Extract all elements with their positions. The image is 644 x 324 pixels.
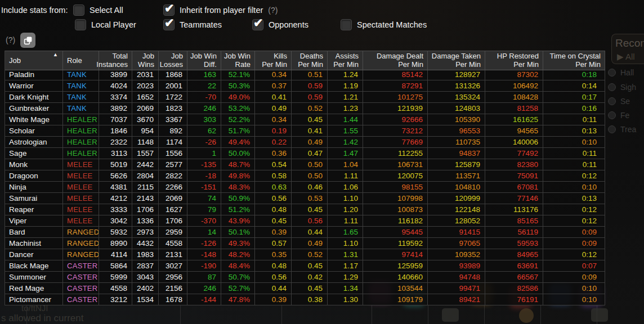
cell-role: MELEE	[63, 170, 99, 182]
spectated-checkbox[interactable]: ✔	[341, 19, 352, 30]
job-value: Astrologian	[9, 138, 47, 146]
filter-spectated[interactable]: ✔ Spectated Matches	[341, 19, 427, 30]
column-header-label: Damage Taken Per Min	[432, 52, 481, 69]
teammates-label: Teammates	[180, 20, 222, 29]
instances-value: 5999	[110, 273, 127, 281]
cell-time: 0:17	[543, 92, 605, 103]
filter-teammates[interactable]: ✔ Teammates	[163, 19, 222, 30]
dd-value: 106731	[397, 160, 423, 169]
column-header-rate[interactable]: Job Win Rate	[221, 51, 255, 70]
cell-losses: 2577	[159, 159, 187, 170]
cell-job: Monk	[5, 159, 63, 170]
diff-value: -18	[205, 172, 216, 180]
diff-value: 246	[203, 104, 216, 112]
column-header-diff[interactable]: Job Win Diff.	[187, 51, 221, 70]
column-header-hp[interactable]: HP Restored Per Min	[485, 51, 543, 70]
time-value: 0:11	[583, 160, 597, 169]
column-header-instances[interactable]: Total Instances	[99, 51, 132, 70]
select-all-checkbox[interactable]: ✔	[73, 4, 84, 16]
cell-dd: 125959	[363, 260, 428, 272]
dd-value: 107998	[397, 194, 423, 202]
pvp-stats-overlay: Recomm ▶ All Hall Sigh Se Fe Trea to/ftN…	[0, 0, 644, 324]
sort-ascending-icon: ▲	[53, 52, 58, 57]
cell-dd: 107998	[363, 193, 428, 204]
cell-role: CASTER	[63, 272, 99, 283]
cell-losses: 1868	[159, 69, 187, 80]
cell-dt: 99471	[428, 283, 485, 294]
cell-time: 0:12	[543, 170, 605, 182]
job-value: Warrior	[9, 82, 34, 90]
hp-value: 140006	[513, 138, 538, 146]
cell-deaths: 0.47	[292, 148, 328, 159]
assists-value: 1.29	[343, 273, 358, 281]
column-header-kills[interactable]: Kills Per Min	[255, 51, 292, 70]
cell-instances: 4558	[99, 283, 132, 294]
cell-instances: 5932	[99, 227, 132, 238]
instances-value: 3333	[110, 205, 127, 214]
losses-value: 892	[169, 127, 182, 135]
cell-rate: 52.1%	[221, 69, 255, 80]
cell-dt: 124803	[428, 103, 485, 114]
column-header-losses[interactable]: Job Losses	[159, 51, 187, 70]
cell-diff: -70	[187, 92, 221, 103]
kills-value: 0.49	[272, 104, 287, 112]
dt-value: 105390	[455, 115, 480, 124]
time-value: 0:12	[582, 172, 597, 180]
cell-time: 0:09	[543, 227, 605, 238]
table-help-icon[interactable]: (?)	[6, 35, 15, 44]
rate-value: 48.2%	[229, 250, 250, 259]
filter-bar-title: Include stats from:	[1, 6, 68, 15]
column-header-deaths[interactable]: Deaths Per Min	[292, 51, 328, 70]
cell-role: HEALER	[63, 114, 99, 125]
assists-value: 1.19	[343, 82, 358, 90]
filter-select-all[interactable]: ✔ Select All	[73, 4, 123, 16]
diff-value: 246	[203, 284, 216, 292]
instances-value: 3212	[110, 295, 127, 304]
opponents-checkbox[interactable]: ✔	[252, 19, 263, 30]
cell-hp: 113176	[485, 204, 543, 215]
cell-losses: 1627	[159, 204, 187, 215]
column-header-dt[interactable]: Damage Taken Per Min	[428, 51, 485, 70]
filter-inherit[interactable]: ✔ Inherit from player filter (?)	[163, 4, 278, 16]
losses-value: 3027	[166, 262, 182, 270]
cell-instances: 5626	[99, 170, 132, 182]
table-row: AstrologianHEALER232211481174-2649.4%0.2…	[5, 137, 605, 148]
diff-value: 74	[208, 194, 216, 202]
cell-time: 0:10	[543, 283, 605, 294]
cell-dd: 95445	[363, 227, 428, 238]
filter-local-player[interactable]: ✔ Local Player	[75, 19, 136, 30]
kills-value: 0.56	[272, 194, 287, 202]
cell-dt: 128927	[428, 69, 485, 80]
filter-opponents[interactable]: ✔ Opponents	[252, 19, 308, 30]
cell-losses: 2266	[159, 182, 187, 193]
losses-value: 2156	[166, 284, 182, 292]
cell-time: 0:14	[543, 80, 605, 92]
cell-rate: 47.8%	[221, 294, 255, 305]
rate-value: 52.7%	[229, 284, 250, 292]
inherit-checkbox[interactable]: ✔	[163, 4, 175, 16]
copy-button[interactable]	[20, 33, 35, 48]
cell-role: MELEE	[63, 204, 99, 215]
teammates-checkbox[interactable]: ✔	[163, 19, 175, 30]
inherit-help-icon[interactable]: (?)	[268, 6, 278, 15]
column-header-job[interactable]: Job▲	[5, 51, 63, 70]
cell-kills: 0.56	[255, 272, 292, 283]
cell-wins: 954	[132, 125, 159, 137]
column-header-dd[interactable]: Damage Dealt Per Min	[363, 51, 428, 70]
diff-value: -126	[201, 239, 216, 248]
kills-value: 0.22	[272, 138, 287, 146]
column-header-label: Role	[67, 56, 82, 65]
table-row: ViperMELEE304213361706-37043.9%0.450.561…	[5, 215, 605, 227]
column-header-time[interactable]: Time on Crystal Per Min	[543, 51, 605, 70]
column-header-label: Job Win Diff.	[190, 52, 217, 69]
cell-kills: 0.58	[255, 170, 292, 182]
cell-dd: 140660	[363, 272, 428, 283]
column-header-assists[interactable]: Assists Per Min	[328, 51, 363, 70]
cell-dd: 109179	[363, 294, 428, 305]
assists-value: 1.06	[343, 183, 358, 191]
column-header-wins[interactable]: Job Wins	[132, 51, 159, 70]
local-player-checkbox[interactable]: ✔	[75, 19, 86, 30]
column-header-role[interactable]: Role	[63, 51, 99, 70]
losses-value: 2577	[166, 160, 182, 169]
time-value: 0:10	[582, 284, 597, 292]
